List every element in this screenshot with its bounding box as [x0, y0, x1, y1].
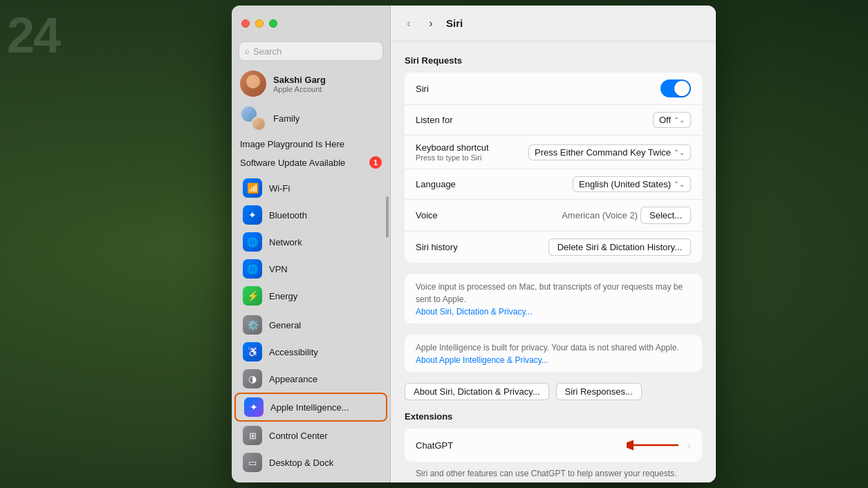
wifi-icon: 📶 [243, 178, 262, 198]
sidebar-item-label-vpn: VPN [269, 264, 288, 274]
language-chevron-icon: ⌃⌄ [674, 180, 685, 188]
language-label: Language [416, 179, 573, 189]
family-label: Family [273, 113, 299, 124]
siri-toggle-row: Siri [405, 73, 702, 105]
listen-for-row: Listen for Off ⌃⌄ [405, 105, 702, 135]
software-update-label: Software Update Available [240, 158, 345, 168]
sidebar-list: Sakshi Garg Apple Account Family Image P… [232, 66, 390, 482]
voice-value: American (Voice 2) [562, 210, 638, 220]
siri-history-row: Siri history Delete Siri & Dictation His… [405, 232, 702, 263]
siri-history-button[interactable]: Delete Siri & Dictation History... [548, 238, 691, 256]
sidebar-item-bluetooth[interactable]: ✦ Bluetooth [234, 202, 387, 228]
privacy-info-1-link[interactable]: About Siri, Dictation & Privacy... [416, 307, 691, 317]
nav-forward-button[interactable]: › [424, 17, 438, 30]
image-playground-label: Image Playground Is Here [240, 139, 344, 149]
keyboard-shortcut-sublabel: Press to type to Siri [416, 153, 528, 162]
sidebar-item-label-appearance: Appearance [269, 374, 317, 384]
sidebar-item-wifi[interactable]: 📶 Wi-Fi [234, 175, 387, 201]
settings-window: ⌕ Search Sakshi Garg Apple Account [232, 6, 716, 482]
desktop-dock-icon: ▭ [243, 453, 262, 472]
privacy-info-2-block: Apple Intelligence is built for privacy.… [405, 335, 702, 372]
chatgpt-row-wrapper: ChatGPT › [405, 429, 702, 462]
sidebar-general-section: ⚙️ General ♿ Accessibility ◑ Appearance [232, 312, 390, 476]
family-avatar-2 [251, 116, 266, 131]
control-center-icon: ⊞ [243, 426, 262, 445]
maximize-button[interactable] [269, 19, 277, 28]
keyboard-shortcut-value: Press Either Command Key Twice [535, 147, 671, 158]
sidebar-item-label-network: Network [269, 237, 302, 247]
chatgpt-chevron-icon: › [687, 440, 691, 451]
sidebar-item-energy[interactable]: ⚡ Energy [234, 283, 387, 309]
search-placeholder: Search [253, 46, 281, 57]
minimize-button[interactable] [255, 19, 264, 28]
sidebar-item-vpn[interactable]: 🌐 VPN [234, 256, 387, 282]
appearance-icon: ◑ [243, 369, 262, 388]
page-title: Siri [446, 17, 463, 29]
siri-toggle[interactable] [661, 79, 691, 97]
chatgpt-row[interactable]: ChatGPT › [405, 429, 702, 462]
sidebar-item-apple-intelligence[interactable]: ✦ Apple Intelligence... [234, 393, 387, 422]
sidebar-item-label-desktop-dock: Desktop & Dock [269, 458, 333, 468]
voice-select-button[interactable]: Select... [640, 207, 691, 224]
network-icon: 🌐 [243, 232, 262, 252]
siri-responses-button[interactable]: Siri Responses... [556, 383, 642, 400]
sidebar-item-network[interactable]: 🌐 Network [234, 229, 387, 255]
bluetooth-icon: ✦ [243, 205, 262, 225]
sidebar-item-image-playground[interactable]: Image Playground Is Here [232, 135, 390, 153]
bottom-buttons-row: About Siri, Dictation & Privacy... Siri … [405, 383, 702, 400]
keyboard-shortcut-label: Keyboard shortcut [416, 142, 528, 153]
search-icon: ⌕ [245, 46, 250, 56]
sidebar-item-label-wifi: Wi-Fi [269, 183, 290, 194]
about-siri-dictation-button[interactable]: About Siri, Dictation & Privacy... [405, 383, 549, 400]
nav-back-button[interactable]: ‹ [402, 17, 416, 30]
siri-requests-section-title: Siri Requests [405, 55, 702, 66]
extensions-section-title: Extensions [405, 411, 702, 422]
language-value: English (United States) [579, 179, 671, 189]
main-scroll-area[interactable]: Siri Requests Siri Listen for Off ⌃⌄ [391, 41, 716, 482]
keyboard-shortcut-row: Keyboard shortcut Press to type to Siri … [405, 135, 702, 169]
search-bar[interactable]: ⌕ Search [239, 41, 383, 61]
accessibility-icon: ♿ [243, 342, 262, 362]
sidebar-item-accessibility[interactable]: ♿ Accessibility [234, 339, 387, 365]
window-titlebar [232, 6, 390, 41]
keyboard-shortcut-dropdown[interactable]: Press Either Command Key Twice ⌃⌄ [528, 144, 691, 160]
sidebar-item-family[interactable]: Family [232, 101, 390, 135]
privacy-info-2-text: Apple Intelligence is built for privacy.… [416, 341, 691, 354]
language-dropdown[interactable]: English (United States) ⌃⌄ [573, 176, 691, 192]
family-avatars [240, 105, 266, 131]
siri-requests-card: Siri Listen for Off ⌃⌄ Keyboard shortcut… [405, 73, 702, 263]
general-icon: ⚙️ [243, 315, 262, 335]
siri-history-label: Siri history [416, 242, 548, 252]
energy-icon: ⚡ [243, 286, 262, 306]
listen-for-label: Listen for [416, 115, 653, 125]
privacy-info-1-text: Voice input is processed on Mac, but tra… [416, 281, 691, 306]
sidebar-item-desktop-dock[interactable]: ▭ Desktop & Dock [234, 449, 387, 476]
sidebar-item-label-apple-intelligence: Apple Intelligence... [270, 402, 349, 413]
extensions-section: Extensions ChatGPT [405, 411, 702, 482]
profile-name: Sakshi Garg [273, 75, 326, 85]
listen-for-dropdown[interactable]: Off ⌃⌄ [653, 112, 691, 128]
sidebar-item-label-energy: Energy [269, 291, 297, 301]
siri-label: Siri [416, 84, 661, 94]
vpn-icon: 🌐 [243, 259, 262, 279]
sidebar-item-general[interactable]: ⚙️ General [234, 312, 387, 338]
privacy-info-2-link[interactable]: About Apple Intelligence & Privacy... [416, 355, 691, 365]
sidebar-item-software-update[interactable]: Software Update Available 1 [232, 153, 390, 172]
sidebar-item-profile[interactable]: Sakshi Garg Apple Account [232, 66, 390, 101]
dropdown-chevron-icon: ⌃⌄ [674, 116, 685, 124]
privacy-info-1-block: Voice input is processed on Mac, but tra… [405, 274, 702, 323]
chatgpt-label: ChatGPT [416, 440, 627, 451]
sidebar: ⌕ Search Sakshi Garg Apple Account [232, 6, 391, 482]
main-content: ‹ › Siri Siri Requests Siri Listen for O… [391, 6, 716, 482]
update-badge: 1 [369, 156, 382, 169]
main-titlebar: ‹ › Siri [391, 6, 716, 41]
desktop-year: 24 [7, 7, 59, 64]
sidebar-item-control-center[interactable]: ⊞ Control Center [234, 422, 387, 449]
profile-subtitle: Apple Account [273, 85, 326, 93]
sidebar-network-section: 📶 Wi-Fi ✦ Bluetooth 🌐 Network [232, 175, 390, 309]
close-button[interactable] [241, 19, 250, 28]
red-arrow-annotation [627, 435, 682, 455]
sidebar-item-appearance[interactable]: ◑ Appearance [234, 366, 387, 392]
sidebar-item-label-control-center: Control Center [269, 431, 328, 441]
voice-row: Voice American (Voice 2) Select... [405, 200, 702, 232]
